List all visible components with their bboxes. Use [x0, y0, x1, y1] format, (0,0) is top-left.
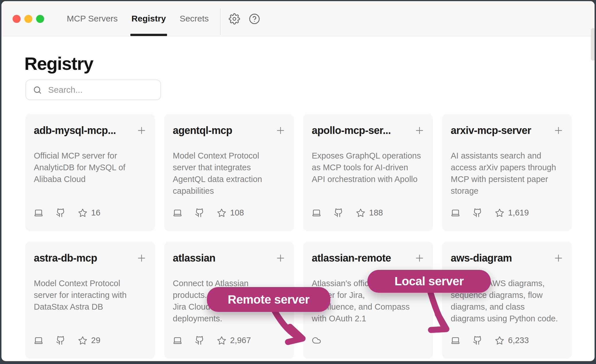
- laptop-icon: [173, 208, 182, 217]
- add-server-button plus-icon[interactable]: [414, 125, 425, 136]
- description-line: Alibaba Cloud: [34, 173, 147, 185]
- tab-label: MCP Servers: [67, 14, 118, 23]
- description-line: access arXiv papers through: [451, 162, 564, 173]
- minimize-window-button[interactable]: [24, 15, 32, 23]
- star-count: 108: [230, 208, 244, 217]
- search-box[interactable]: [26, 80, 161, 100]
- laptop-icon: [173, 336, 182, 345]
- description-line: storage: [451, 185, 564, 197]
- github-icon: [56, 336, 65, 345]
- server-card-arxiv-mcp-server[interactable]: arxiv-mcp-serverAI assistants search and…: [442, 114, 572, 231]
- search-icon: [33, 86, 42, 94]
- add-server-button plus-icon[interactable]: [553, 253, 564, 264]
- server-name: arxiv-mcp-server: [451, 124, 531, 137]
- server-description: Model Context Protocolserver for interac…: [34, 278, 147, 313]
- server-description: AI assistants search andaccess arXiv pap…: [451, 150, 564, 197]
- description-line: AI assistants search and: [451, 150, 564, 162]
- traffic-lights: [13, 15, 44, 23]
- github-stars-stat: 2,967: [217, 336, 251, 345]
- description-line: deployments.: [173, 313, 286, 325]
- star-count: 29: [91, 336, 100, 345]
- star-icon: [217, 336, 226, 345]
- desktop-background: MCP ServersRegistrySecrets Registry: [0, 0, 596, 364]
- server-name: adb-mysql-mcp...: [34, 124, 116, 137]
- server-card-astra-db-mcp[interactable]: astra-db-mcpModel Context Protocolserver…: [25, 242, 155, 359]
- vertical-scrollbar-thumb[interactable]: [591, 28, 595, 61]
- server-description: Model Context Protocolserver that integr…: [173, 150, 286, 197]
- github-icon: [473, 208, 482, 217]
- settings-gear-icon[interactable]: [229, 13, 240, 25]
- star-count: 188: [369, 208, 383, 217]
- local-server-callout: Local server: [367, 270, 491, 293]
- cloud-icon: [312, 336, 321, 345]
- header-divider: [220, 9, 221, 35]
- server-name: agentql-mcp: [173, 124, 232, 137]
- server-card-adb-mysql-mcp[interactable]: adb-mysql-mcp...Official MCP server forA…: [25, 114, 155, 231]
- add-server-button plus-icon[interactable]: [275, 125, 286, 136]
- github-stars-stat: 108: [217, 208, 244, 217]
- card-header: arxiv-mcp-server: [451, 124, 564, 137]
- registry-card-grid: adb-mysql-mcp...Official MCP server forA…: [25, 114, 572, 359]
- card-header: astra-db-mcp: [34, 252, 147, 264]
- description-line: diagrams using Python code.: [451, 313, 564, 325]
- star-icon: [78, 208, 87, 217]
- tab-registry[interactable]: Registry: [132, 1, 166, 36]
- server-name: astra-db-mcp: [34, 252, 97, 264]
- add-server-button plus-icon[interactable]: [414, 253, 425, 264]
- star-count: 6,233: [508, 336, 529, 345]
- laptop-icon: [451, 336, 460, 345]
- zoom-window-button[interactable]: [36, 15, 44, 23]
- github-stars-stat: 16: [78, 208, 100, 217]
- description-line: capabilities: [173, 185, 286, 197]
- description-line: server for interacting with: [34, 289, 147, 301]
- card-footer: 2,967: [173, 336, 286, 345]
- tab-secrets[interactable]: Secrets: [180, 1, 209, 36]
- server-name: atlassian: [173, 252, 215, 264]
- description-line: Model Context Protocol: [173, 150, 286, 162]
- github-icon: [195, 336, 204, 345]
- description-line: with OAuth 2.1: [312, 313, 425, 325]
- server-description: Official MCP server forAnalyticDB for My…: [34, 150, 147, 185]
- help-icon[interactable]: [249, 13, 260, 25]
- laptop-icon: [451, 208, 460, 217]
- description-line: Exposes GraphQL operations: [312, 150, 425, 162]
- tab-bar: MCP ServersRegistrySecrets: [67, 1, 209, 36]
- tab-label: Registry: [132, 14, 166, 23]
- card-footer: 16: [34, 208, 147, 217]
- add-server-button plus-icon[interactable]: [275, 253, 286, 264]
- star-icon: [356, 208, 365, 217]
- star-count: 1,619: [508, 208, 529, 217]
- add-server-button plus-icon[interactable]: [136, 253, 147, 264]
- server-name: aws-diagram: [451, 252, 512, 264]
- description-line: as MCP tools for AI-driven: [312, 162, 425, 173]
- card-header: atlassian-remote: [312, 252, 425, 264]
- card-header: atlassian: [173, 252, 286, 264]
- laptop-icon: [312, 208, 321, 217]
- github-icon: [334, 208, 343, 217]
- card-footer: 6,233: [451, 336, 564, 345]
- add-server-button plus-icon[interactable]: [136, 125, 147, 136]
- close-window-button[interactable]: [13, 15, 21, 23]
- server-card-apollo-mcp-ser[interactable]: apollo-mcp-ser...Exposes GraphQL operati…: [303, 114, 433, 231]
- server-card-agentql-mcp[interactable]: agentql-mcpModel Context Protocolserver …: [164, 114, 294, 231]
- card-header: adb-mysql-mcp...: [34, 124, 147, 137]
- tab-label: Secrets: [180, 14, 209, 23]
- tab-mcp-servers[interactable]: MCP Servers: [67, 1, 118, 36]
- active-tab-indicator: [130, 34, 167, 36]
- server-card-aws-diagram[interactable]: aws-diagramGenerate AWS diagrams,sequenc…: [442, 242, 572, 359]
- laptop-icon: [34, 208, 43, 217]
- github-icon: [195, 208, 204, 217]
- description-line: diagrams, and class: [451, 301, 564, 313]
- server-description: Exposes GraphQL operationsas MCP tools f…: [312, 150, 425, 185]
- card-footer: [312, 336, 425, 345]
- card-header: aws-diagram: [451, 252, 564, 264]
- description-line: MCP with persistent paper: [451, 173, 564, 185]
- description-line: Model Context Protocol: [34, 278, 147, 289]
- search-input[interactable]: [48, 85, 155, 95]
- server-name: apollo-mcp-ser...: [312, 124, 391, 137]
- add-server-button plus-icon[interactable]: [553, 125, 564, 136]
- github-stars-stat: 1,619: [495, 208, 529, 217]
- github-icon: [473, 336, 482, 345]
- description-line: server that integrates: [173, 162, 286, 173]
- github-icon: [56, 208, 65, 217]
